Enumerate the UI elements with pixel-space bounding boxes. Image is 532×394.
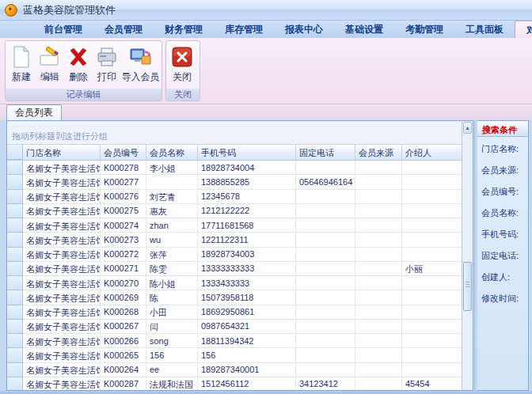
table-cell[interactable]: 名媚女子美容生活馆 bbox=[23, 204, 101, 218]
menu-tab-0[interactable]: 前台管理 bbox=[33, 21, 93, 38]
table-cell[interactable] bbox=[355, 276, 402, 290]
table-cell[interactable]: 156 bbox=[146, 348, 198, 362]
row-indicator[interactable] bbox=[7, 348, 23, 362]
table-cell[interactable] bbox=[296, 290, 355, 305]
table-cell[interactable] bbox=[355, 161, 402, 175]
menu-tab-8[interactable]: 对象列表管理 bbox=[515, 21, 532, 38]
column-header-6[interactable]: 介绍人 bbox=[402, 145, 462, 160]
menu-tab-1[interactable]: 会员管理 bbox=[93, 21, 154, 38]
table-cell[interactable]: 13333333333 bbox=[198, 262, 296, 276]
table-cell[interactable] bbox=[296, 161, 355, 175]
printer-button[interactable]: 打印 bbox=[93, 43, 121, 85]
row-indicator[interactable] bbox=[7, 175, 23, 189]
menu-tab-2[interactable]: 财务管理 bbox=[154, 21, 214, 38]
table-cell[interactable]: K000287 bbox=[101, 377, 146, 391]
table-row-11[interactable]: 名媚女子美容生活馆K000267闫0987654321 bbox=[7, 320, 462, 334]
table-cell[interactable]: K000272 bbox=[101, 248, 146, 262]
table-cell[interactable]: 0987654321 bbox=[198, 320, 296, 334]
table-cell[interactable]: 15073958118 bbox=[198, 290, 296, 305]
table-cell[interactable] bbox=[402, 161, 462, 175]
row-indicator[interactable] bbox=[7, 248, 23, 262]
table-cell[interactable] bbox=[355, 377, 402, 391]
table-cell[interactable]: 张萍 bbox=[146, 248, 198, 262]
table-cell[interactable]: 小田 bbox=[146, 305, 198, 320]
table-cell[interactable]: 45454 bbox=[402, 377, 462, 391]
table-cell[interactable]: 17711681568 bbox=[198, 218, 296, 233]
import-members-button[interactable]: 导入会员 bbox=[121, 43, 160, 85]
table-cell[interactable]: 1512456112 bbox=[198, 377, 296, 391]
column-header-3[interactable]: 手机号码 bbox=[198, 145, 296, 160]
table-cell[interactable] bbox=[355, 334, 402, 348]
table-cell[interactable] bbox=[296, 248, 355, 262]
delete-x-button[interactable]: 删除 bbox=[64, 43, 93, 85]
table-cell[interactable]: 34123412 bbox=[296, 377, 355, 391]
table-cell[interactable] bbox=[402, 204, 462, 218]
table-cell[interactable]: 189287340001 bbox=[198, 363, 296, 377]
table-cell[interactable]: 陈雯 bbox=[146, 262, 198, 276]
table-cell[interactable]: K000264 bbox=[101, 363, 146, 377]
table-cell[interactable]: 名媚女子美容生活馆 bbox=[23, 334, 101, 348]
table-cell[interactable]: 1333433333 bbox=[198, 276, 296, 290]
table-row-0[interactable]: 名媚女子美容生活馆K000278李小姐18928734004 bbox=[7, 161, 462, 175]
table-cell[interactable] bbox=[355, 204, 402, 218]
new-document-button[interactable]: 新建 bbox=[7, 43, 36, 85]
table-cell[interactable]: 陈 bbox=[146, 290, 198, 305]
row-indicator[interactable] bbox=[7, 190, 23, 204]
table-cell[interactable] bbox=[402, 363, 462, 377]
row-indicator[interactable] bbox=[7, 262, 23, 276]
table-cell[interactable] bbox=[296, 204, 355, 218]
table-row-8[interactable]: 名媚女子美容生活馆K000270陈小姐1333433333 bbox=[7, 276, 462, 290]
table-cell[interactable]: 闫 bbox=[146, 320, 198, 334]
table-cell[interactable]: 名媚女子美容生活馆 bbox=[23, 305, 101, 320]
table-cell[interactable] bbox=[296, 334, 355, 348]
table-cell[interactable]: 名媚女子美容生活馆 bbox=[23, 276, 101, 290]
table-cell[interactable] bbox=[355, 175, 402, 189]
table-cell[interactable] bbox=[402, 190, 462, 204]
table-cell[interactable] bbox=[402, 233, 462, 247]
table-cell[interactable]: 名媚女子美容生活馆 bbox=[23, 377, 101, 391]
table-cell[interactable]: K000273 bbox=[101, 233, 146, 247]
table-cell[interactable]: K000277 bbox=[101, 175, 146, 189]
menu-tab-4[interactable]: 报表中心 bbox=[274, 21, 334, 38]
menu-tab-5[interactable]: 基础设置 bbox=[334, 21, 394, 38]
table-cell[interactable] bbox=[355, 363, 402, 377]
table-cell[interactable] bbox=[296, 305, 355, 320]
table-cell[interactable] bbox=[146, 175, 198, 189]
menu-tab-6[interactable]: 考勤管理 bbox=[394, 21, 454, 38]
table-cell[interactable] bbox=[402, 334, 462, 348]
row-indicator[interactable] bbox=[7, 320, 23, 334]
table-cell[interactable] bbox=[402, 305, 462, 320]
table-cell[interactable] bbox=[355, 290, 402, 305]
table-cell[interactable] bbox=[355, 262, 402, 276]
table-cell[interactable] bbox=[402, 320, 462, 334]
table-cell[interactable]: 惠灰 bbox=[146, 204, 198, 218]
table-cell[interactable]: 05646946164 bbox=[296, 175, 355, 189]
table-cell[interactable]: K000268 bbox=[101, 305, 146, 320]
scroll-up-button[interactable]: ▲ bbox=[463, 122, 472, 134]
table-cell[interactable] bbox=[355, 218, 402, 233]
table-cell[interactable]: K000271 bbox=[101, 262, 146, 276]
table-cell[interactable]: K000269 bbox=[101, 290, 146, 305]
table-cell[interactable] bbox=[355, 233, 402, 247]
table-row-10[interactable]: 名媚女子美容生活馆K000268小田18692950861 bbox=[7, 305, 462, 320]
table-row-1[interactable]: 名媚女子美容生活馆K000277138885528505646946164 bbox=[7, 175, 462, 189]
row-indicator[interactable] bbox=[7, 290, 23, 305]
table-cell[interactable] bbox=[296, 363, 355, 377]
table-row-2[interactable]: 名媚女子美容生活馆K000276刘艺青12345678 bbox=[7, 190, 462, 204]
table-cell[interactable]: K000267 bbox=[101, 320, 146, 334]
table-cell[interactable] bbox=[402, 248, 462, 262]
row-indicator[interactable] bbox=[7, 334, 23, 348]
table-cell[interactable]: 名媚女子美容生活馆 bbox=[23, 320, 101, 334]
menu-tab-7[interactable]: 工具面板 bbox=[454, 21, 515, 38]
table-cell[interactable] bbox=[402, 218, 462, 233]
table-cell[interactable]: 名媚女子美容生活馆 bbox=[23, 348, 101, 362]
table-row-4[interactable]: 名媚女子美容生活馆K000274zhan17711681568 bbox=[7, 218, 462, 233]
table-cell[interactable] bbox=[296, 190, 355, 204]
table-cell[interactable]: K000274 bbox=[101, 218, 146, 233]
table-cell[interactable]: 名媚女子美容生活馆 bbox=[23, 248, 101, 262]
table-cell[interactable] bbox=[355, 320, 402, 334]
table-cell[interactable]: wu bbox=[146, 233, 198, 247]
table-cell[interactable]: 陈小姐 bbox=[146, 276, 198, 290]
groupby-drop-zone[interactable]: 拖动列标题到这进行分组 bbox=[7, 121, 462, 145]
table-cell[interactable] bbox=[402, 276, 462, 290]
